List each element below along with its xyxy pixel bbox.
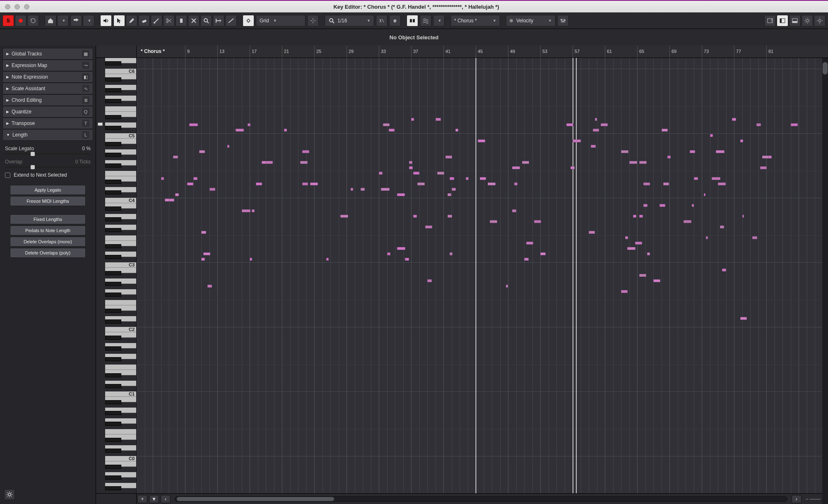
midi-note[interactable] (409, 166, 413, 169)
piano-key-black[interactable] (105, 99, 121, 103)
midi-note[interactable] (236, 129, 244, 132)
midi-note[interactable] (653, 279, 660, 282)
midi-note[interactable] (189, 123, 198, 126)
slider-thumb[interactable] (31, 152, 35, 156)
quantize-preset-select[interactable]: 1/16▼ (325, 15, 374, 26)
midi-note[interactable] (643, 204, 647, 207)
controller-lane-add-button[interactable]: + (137, 495, 147, 503)
midi-note[interactable] (621, 290, 628, 293)
midi-note[interactable] (450, 252, 453, 255)
scale-legato-row[interactable]: Scale Legato 0 % (2, 144, 93, 153)
midi-note[interactable] (284, 129, 287, 132)
midi-note[interactable] (161, 177, 164, 180)
midi-note[interactable] (250, 258, 252, 261)
midi-note[interactable] (643, 182, 650, 185)
snap-type-select[interactable]: Grid▼ (256, 15, 306, 26)
piano-key-black[interactable] (105, 357, 121, 361)
midi-note[interactable] (667, 156, 671, 158)
note-grid[interactable] (137, 58, 828, 493)
extend-to-next-checkbox[interactable] (5, 173, 10, 178)
midi-note[interactable] (760, 166, 767, 169)
parts-menu[interactable]: ▼ (433, 15, 445, 26)
midi-note[interactable] (740, 317, 747, 320)
midi-note[interactable] (712, 177, 720, 180)
midi-note[interactable] (488, 182, 496, 185)
piano-key-black[interactable] (105, 217, 121, 221)
piano-key-black[interactable] (105, 411, 121, 415)
midi-note[interactable] (175, 193, 179, 196)
midi-note[interactable] (629, 161, 637, 164)
midi-note[interactable] (242, 209, 250, 212)
midi-note[interactable] (621, 150, 628, 153)
iterative-quantize-button[interactable] (376, 15, 388, 26)
piano-key[interactable]: C1 (105, 391, 136, 397)
midi-note[interactable] (752, 236, 757, 239)
length-button-fixed-lengths[interactable]: Fixed Lengths (10, 214, 86, 224)
piano-key[interactable]: C4 (105, 198, 136, 203)
piano-key-black[interactable] (105, 153, 121, 156)
independent-track-loop-button[interactable] (420, 15, 431, 26)
midi-note[interactable] (692, 204, 694, 207)
piano-key[interactable] (105, 171, 136, 176)
length-button-delete-overlaps-poly-[interactable]: Delete Overlaps (poly) (10, 248, 86, 258)
midi-note[interactable] (252, 209, 255, 212)
midi-note[interactable] (633, 215, 636, 218)
length-button-delete-overlaps-mono-[interactable]: Delete Overlaps (mono) (10, 237, 86, 247)
midi-note[interactable] (248, 123, 250, 126)
piano-key[interactable]: C3 (105, 262, 136, 268)
piano-key-black[interactable] (105, 449, 121, 452)
midi-note[interactable] (266, 161, 273, 164)
midi-note[interactable] (704, 193, 705, 196)
midi-note[interactable] (389, 129, 395, 132)
piano-key-black[interactable] (105, 346, 121, 350)
auto-scroll-button[interactable] (70, 15, 82, 26)
draw-tool[interactable] (126, 15, 137, 26)
piano-key-black[interactable] (105, 271, 121, 275)
midi-note[interactable] (413, 215, 417, 218)
midi-note[interactable] (413, 172, 419, 175)
quantize-settings-button[interactable]: e (389, 15, 401, 26)
midi-note[interactable] (710, 134, 713, 137)
midi-note[interactable] (635, 242, 642, 245)
piano-key-black[interactable] (105, 400, 121, 404)
midi-note[interactable] (207, 285, 212, 288)
midi-note[interactable] (409, 161, 412, 164)
midi-note[interactable] (601, 123, 608, 126)
midi-note[interactable] (436, 118, 441, 121)
setup-window-layout-button[interactable] (802, 15, 813, 26)
hscroll-left-button[interactable]: ‹ (161, 495, 171, 503)
midi-note[interactable] (310, 182, 318, 185)
piano-key[interactable] (105, 235, 136, 241)
midi-note[interactable] (448, 215, 452, 218)
piano-key[interactable] (105, 365, 136, 370)
midi-note[interactable] (450, 177, 454, 180)
mute-tool[interactable] (188, 15, 200, 26)
midi-note[interactable] (591, 145, 596, 148)
piano-key-black[interactable] (105, 293, 121, 296)
length-button-pedals-to-note-length[interactable]: Pedals to Note Length (10, 226, 86, 235)
midi-note[interactable] (540, 252, 546, 255)
controller-lane-setup-button[interactable] (557, 15, 569, 26)
piano-key[interactable] (105, 106, 136, 112)
midi-note[interactable] (512, 209, 516, 212)
midi-note[interactable] (448, 193, 451, 196)
vertical-scrollbar[interactable] (822, 58, 828, 504)
ruler[interactable]: * Chorus * 91317212529333741454953576165… (137, 46, 828, 58)
piano-key[interactable] (105, 429, 136, 434)
midi-note[interactable] (187, 182, 193, 185)
overlap-row[interactable]: Overlap 0 Ticks (2, 157, 93, 166)
midi-note[interactable] (326, 258, 329, 261)
midi-note[interactable] (201, 258, 205, 261)
piano-key-black[interactable] (105, 115, 121, 119)
midi-note[interactable] (791, 123, 798, 126)
midi-note[interactable] (256, 182, 262, 185)
midi-note[interactable] (361, 188, 365, 191)
retrospective-record-button[interactable] (27, 15, 39, 26)
piano-key-black[interactable] (105, 309, 121, 312)
glue-tool[interactable] (176, 15, 187, 26)
piano-key-black[interactable] (105, 255, 121, 259)
piano-key-black[interactable] (105, 373, 121, 377)
split-tool[interactable] (163, 15, 175, 26)
midi-note[interactable] (397, 193, 405, 196)
midi-note[interactable] (480, 177, 486, 180)
